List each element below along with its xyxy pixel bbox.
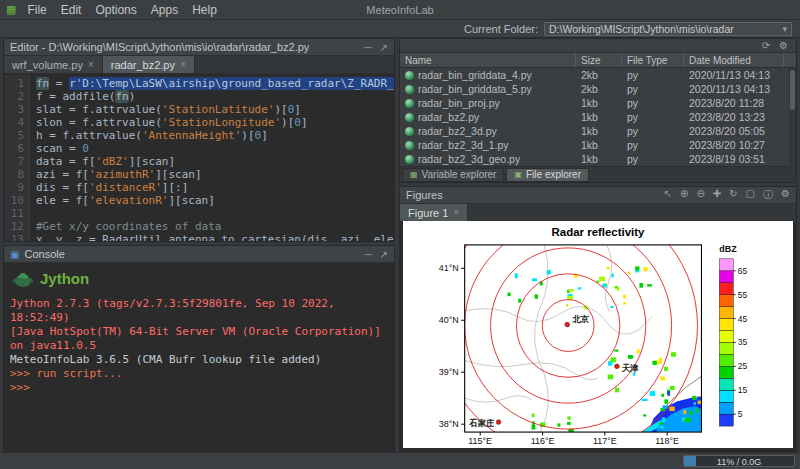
- menu-file[interactable]: File: [20, 3, 53, 17]
- line-number: 7: [4, 155, 24, 168]
- file-row[interactable]: radar_bz2_3d.py1kbpy2023/8/20 05:05: [400, 124, 796, 138]
- code-editor[interactable]: 12345678910111213 fn = r'D:\Temp\LaSW\ai…: [4, 75, 394, 241]
- file-type-cell: py: [622, 97, 684, 109]
- file-explorer-toolbar: ⟳⚙: [400, 39, 796, 53]
- file-modified-cell: 2020/11/13 04:13: [684, 83, 784, 95]
- menu-bar: ▦ FileEditOptionsAppsHelp MeteoInfoLab: [0, 0, 800, 20]
- figure-canvas[interactable]: Radar reflectivity dBZ 115°E116°E117°E11…: [403, 221, 793, 448]
- file-name-cell: radar_bin_proj.py: [400, 97, 576, 109]
- code-line: fn = r'D:\Temp\LaSW\airship\ground_based…: [36, 77, 394, 90]
- menu-edit[interactable]: Edit: [54, 3, 89, 17]
- zoom-out-icon[interactable]: ⊖: [696, 188, 704, 202]
- menu-apps[interactable]: Apps: [144, 3, 185, 17]
- chevron-down-icon: ▾: [782, 24, 787, 34]
- x-tick-label: 116°E: [531, 436, 555, 446]
- minimize-icon[interactable]: ─: [365, 249, 372, 260]
- float-icon[interactable]: ↗: [380, 249, 388, 260]
- line-number: 5: [4, 129, 24, 142]
- editor-title: Editor - D:\Working\MIScript\Jython\mis\…: [10, 41, 309, 53]
- file-size-cell: 1kb: [576, 125, 622, 137]
- tab-label: Variable explorer: [422, 169, 497, 180]
- py-file-icon: [405, 113, 414, 122]
- info-icon[interactable]: ⓘ: [763, 188, 773, 202]
- tab-figure-1[interactable]: Figure 1 ×: [400, 204, 468, 221]
- current-folder-select[interactable]: D:\Working\MIScript\Jython\mis\io\radar …: [544, 22, 792, 36]
- x-tick-label: 118°E: [655, 436, 679, 446]
- column-header-size[interactable]: Size: [576, 53, 622, 67]
- file-type-cell: py: [622, 153, 684, 165]
- file-row[interactable]: radar_bin_griddata_5.py2kbpy2020/11/13 0…: [400, 82, 796, 96]
- file-row[interactable]: radar_bin_griddata_4.py2kbpy2020/11/13 0…: [400, 68, 796, 82]
- menu-options[interactable]: Options: [88, 3, 143, 17]
- file-name: radar_bin_griddata_4.py: [418, 69, 532, 81]
- x-tick-label: 115°E: [468, 436, 492, 446]
- menu-items: FileEditOptionsAppsHelp: [20, 3, 223, 17]
- y-tick-label: 39°N: [439, 367, 459, 377]
- menu-help[interactable]: Help: [185, 3, 224, 17]
- close-icon[interactable]: ×: [453, 207, 459, 218]
- code-lines: fn = r'D:\Temp\LaSW\airship\ground_based…: [30, 75, 394, 241]
- file-name-cell: radar_bin_griddata_5.py: [400, 83, 576, 95]
- console-output[interactable]: Jython Jython 2.7.3 (tags/v2.7.3:5f29801…: [4, 264, 394, 451]
- float-icon[interactable]: ↗: [380, 42, 388, 53]
- file-modified-cell: 2023/8/19 03:51: [684, 153, 784, 165]
- code-line: ele = f['elevationR'][scan]: [36, 194, 394, 207]
- scrollbar[interactable]: [789, 68, 796, 166]
- colorbar-title: dBZ: [719, 244, 737, 254]
- close-icon[interactable]: ×: [88, 59, 94, 70]
- file-table-body: radar_bin_griddata_4.py2kbpy2020/11/13 0…: [400, 68, 796, 166]
- settings-icon[interactable]: ⚙: [781, 188, 790, 202]
- figures-title: Figures: [406, 189, 443, 201]
- console-icon: ▣: [10, 249, 19, 260]
- file-row[interactable]: radar_bz2_3d_1.py1kbpy2023/8/20 10:27: [400, 138, 796, 152]
- explorer-tab-bar: ▦Variable explorer▣File explorer: [400, 166, 796, 182]
- city-marker: [615, 364, 620, 369]
- minimize-icon[interactable]: ─: [365, 42, 372, 53]
- rotate-icon[interactable]: ↻: [729, 188, 737, 202]
- colorbar-tick-label: 65: [738, 266, 748, 276]
- file-name: radar_bz2_3d_1.py: [418, 139, 509, 151]
- tab-variable-explorer[interactable]: ▦Variable explorer: [402, 168, 504, 182]
- file-modified-cell: 2020/11/13 04:13: [684, 69, 784, 81]
- city-label: 石家庄: [468, 418, 495, 428]
- figure-toolbar: ↖⊕⊖✚↻▢ⓘ⚙: [664, 188, 790, 202]
- close-icon[interactable]: ×: [180, 59, 186, 70]
- code-line: #Get x/y coordinates of data: [36, 220, 394, 233]
- jython-logo: Jython: [12, 270, 394, 288]
- select-arrow-icon[interactable]: ↖: [664, 188, 672, 202]
- full-extent-icon[interactable]: ▢: [746, 188, 755, 202]
- column-header-name[interactable]: Name: [400, 53, 576, 67]
- code-line: slat = f.attrvalue('StationLatitude')[0]: [36, 103, 394, 116]
- file-row[interactable]: radar_bin_proj.py1kbpy2023/8/20 11:28: [400, 96, 796, 110]
- toolbar: Current Folder: D:\Working\MIScript\Jyth…: [0, 20, 800, 38]
- file-table-header: NameSizeFile TypeDate Modified: [400, 53, 796, 68]
- file-type-cell: py: [622, 111, 684, 123]
- zoom-in-icon[interactable]: ⊕: [680, 188, 688, 202]
- console-line: >>>: [10, 381, 394, 395]
- tab-radar_bz2.py[interactable]: radar_bz2.py×: [103, 56, 195, 73]
- file-name-cell: radar_bin_griddata_4.py: [400, 69, 576, 81]
- tab-wrf_volume.py[interactable]: wrf_volume.py×: [4, 56, 103, 73]
- scrollbar-thumb[interactable]: [790, 70, 795, 110]
- file-size-cell: 2kb: [576, 69, 622, 81]
- code-line: f = addfile(fn): [36, 90, 394, 103]
- file-row[interactable]: radar_bz2.py1kbpy2023/8/20 13:23: [400, 110, 796, 124]
- current-folder-label: Current Folder:: [464, 23, 538, 35]
- file-name: radar_bin_proj.py: [418, 97, 500, 109]
- file-modified-cell: 2023/8/20 13:23: [684, 111, 784, 123]
- pan-icon[interactable]: ✚: [713, 188, 721, 202]
- city-marker: [565, 322, 570, 327]
- city-label: 北京: [571, 314, 589, 324]
- column-header-file-type[interactable]: File Type: [622, 53, 684, 67]
- line-number: 8: [4, 168, 24, 181]
- tab-file-explorer[interactable]: ▣File explorer: [506, 168, 589, 182]
- column-header-date-modified[interactable]: Date Modified: [684, 53, 784, 67]
- file-modified-cell: 2023/8/20 11:28: [684, 97, 784, 109]
- line-number: 6: [4, 142, 24, 155]
- settings-icon[interactable]: ⚙: [779, 40, 788, 51]
- py-file-icon: [405, 85, 414, 94]
- refresh-icon[interactable]: ⟳: [762, 40, 770, 51]
- line-number: 10: [4, 194, 24, 207]
- file-row[interactable]: radar_bz2_3d_geo.py1kbpy2023/8/19 03:51: [400, 152, 796, 166]
- file-type-cell: py: [622, 83, 684, 95]
